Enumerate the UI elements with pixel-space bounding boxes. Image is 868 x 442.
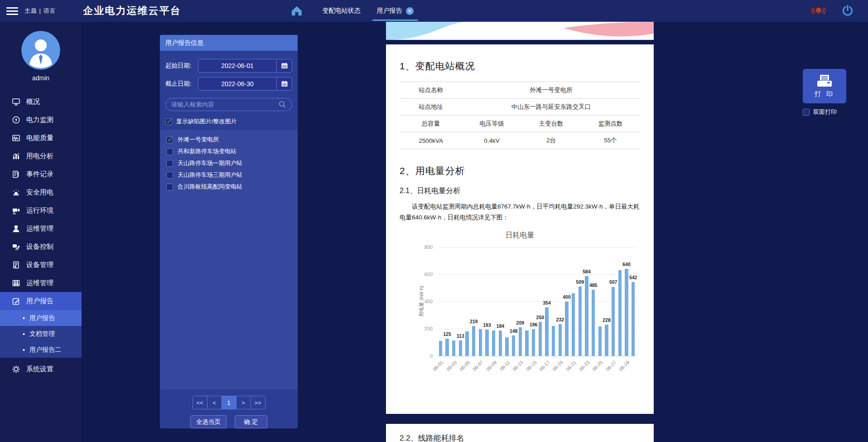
hamburger-menu-icon[interactable] [6, 5, 18, 17]
submenu-item-label: 用户报告 [29, 314, 55, 322]
home-button[interactable] [289, 3, 304, 19]
sidebar-item-environment[interactable]: 运行环境 [0, 201, 82, 219]
chart-y-tick: 600 [424, 272, 433, 277]
start-date-input[interactable]: 2022-06-01 [198, 59, 292, 73]
chart-gridline [437, 274, 637, 275]
monitor-icon [12, 97, 20, 106]
sidebar-item-event-log[interactable]: 事件记录 [0, 165, 82, 183]
sidebar-item-device-management[interactable]: 设备管理 [0, 256, 82, 274]
content-area: 用户报告信息 起始日期: 2022-06-01 截止日期: [82, 22, 868, 442]
sidebar-item-power-quality[interactable]: 电能质量 [0, 129, 82, 147]
chart-bar [585, 276, 588, 355]
sidebar-item-label: 电力监测 [26, 116, 53, 124]
station-search-box [165, 98, 292, 111]
end-date-value[interactable]: 2022-06-30 [198, 78, 276, 90]
pagination-last[interactable]: >> [251, 396, 265, 409]
sidebar-item-power-monitoring[interactable]: 电力监测 [0, 111, 82, 129]
chart-bar [579, 287, 582, 356]
table-header-cell: 总容量 [400, 116, 462, 132]
end-date-calendar-button[interactable] [276, 78, 292, 90]
chart-gridline [437, 247, 637, 248]
duplex-checkbox[interactable] [803, 109, 810, 116]
start-date-row: 起始日期: 2022-06-01 [165, 59, 292, 73]
station-row[interactable]: 天山路停车场三期用户站 [160, 169, 298, 181]
sidebar-item-overview[interactable]: 概况 [0, 92, 82, 111]
station-checkbox[interactable] [166, 160, 173, 167]
station-row[interactable]: 天山路停车场一期用户站 [160, 157, 298, 169]
user-profile: admin [0, 22, 82, 82]
alarm-light-icon [12, 188, 20, 197]
station-checkbox[interactable] [166, 148, 173, 155]
sidebar-item-label: 运维管理 [26, 224, 53, 233]
show-defect-row[interactable]: 显示缺陷图片/整改图片 [165, 117, 292, 126]
chart-bar [512, 335, 516, 355]
sidebar-item-ops-management-2[interactable]: 运维管理 [0, 274, 82, 292]
chart-gridline [437, 301, 637, 302]
pagination-current-page[interactable]: 1 [222, 396, 236, 409]
search-icon[interactable] [279, 101, 286, 108]
table-cell: 2台 [521, 132, 581, 149]
event-log-icon [12, 170, 20, 179]
chart-bar [625, 269, 628, 356]
search-input[interactable] [171, 101, 279, 108]
print-button[interactable]: 打 印 [803, 69, 846, 103]
table-cell: 2500kVA [400, 132, 462, 149]
sidebar-subitem-user-report-2[interactable]: 用户报告二 [0, 342, 82, 358]
sidebar-item-usage-analysis[interactable]: 用电分析 [0, 147, 82, 165]
chart-bar [465, 331, 469, 356]
chart-y-tick: 800 [424, 244, 433, 250]
power-button[interactable] [840, 3, 855, 19]
start-date-value[interactable]: 2022-06-01 [198, 59, 276, 72]
username: admin [32, 74, 49, 82]
sidebar-item-system-settings[interactable]: 系统设置 [0, 360, 82, 378]
table-header-cell: 监测点数 [581, 116, 640, 132]
chart-bar [532, 329, 535, 356]
station-label: 共和新路停车场变电站 [178, 147, 236, 155]
sidebar-item-device-control[interactable]: 设备控制 [0, 238, 82, 256]
report-cover-page-bottom [386, 22, 654, 40]
pagination-next[interactable]: > [236, 396, 251, 409]
confirm-button[interactable]: 确 定 [235, 415, 267, 428]
consumption-summary-paragraph: 该变配电站监测周期内总耗电量8767.7kW·h，日平均耗电量292.3kW·h… [400, 201, 640, 223]
report-preview-area[interactable]: 1、变配电站概况 站点名称 外滩一号变电所 站点地址 中山东一路与延安东路交叉口… [386, 22, 654, 442]
avatar[interactable] [21, 31, 60, 70]
alarm-bell-button[interactable] [811, 3, 826, 19]
power-monitor-icon [12, 116, 20, 124]
station-row[interactable]: 共和新路停车场变电站 [160, 146, 298, 157]
table-row: 站点地址 中山东一路与延安东路交叉口 [400, 99, 640, 116]
sidebar-subitem-user-report[interactable]: 用户报告 [0, 310, 82, 326]
sidebar-item-safe-power[interactable]: 安全用电 [0, 183, 82, 201]
sidebar-subitem-doc-management[interactable]: 文档管理 [0, 326, 82, 342]
tab-close-icon[interactable]: ✕ [406, 7, 414, 15]
report-page-2: 2.2、线路能耗排名 [386, 424, 654, 442]
station-row[interactable]: 外滩一号变电所 [160, 134, 298, 146]
pagination-prev[interactable]: < [207, 396, 222, 409]
theme-language-switcher[interactable]: 主题 | 语言 [24, 7, 56, 15]
pagination-first[interactable]: << [193, 396, 207, 409]
select-all-page-button[interactable]: 全选当页 [190, 415, 227, 428]
chart-gridline [437, 356, 637, 356]
station-overview-table: 站点名称 外滩一号变电所 站点地址 中山东一路与延安东路交叉口 总容量 电压等级… [400, 82, 640, 149]
report-edit-icon [12, 297, 20, 306]
station-checkbox[interactable] [166, 184, 173, 190]
station-checkbox[interactable] [166, 172, 173, 179]
chart-bar [605, 325, 608, 355]
tab-substation-status[interactable]: 变配电站状态 [314, 0, 369, 22]
sidebar-item-user-report[interactable]: 用户报告 [0, 292, 82, 310]
start-date-calendar-button[interactable] [276, 59, 292, 72]
table-cell: 站点地址 [400, 99, 462, 116]
filter-panel-title: 用户报告信息 [160, 35, 298, 51]
station-checkbox[interactable] [166, 136, 173, 143]
chart-bar-value: 485 [584, 282, 603, 288]
chart-title: 日耗电量 [400, 231, 640, 240]
duplex-print-option[interactable]: 双面打印 [803, 108, 846, 116]
chart-bar [485, 330, 489, 356]
station-row[interactable]: 合川路枢纽高配间变电站 [160, 181, 298, 193]
tab-user-report[interactable]: 用户报告 ✕ [369, 0, 422, 22]
chart-bar [479, 329, 482, 356]
sidebar-item-ops-management[interactable]: 运维管理 [0, 219, 82, 238]
table-cell: 0.4kV [462, 132, 521, 149]
chart-bar-value: 640 [617, 262, 636, 267]
show-defect-checkbox[interactable] [165, 118, 172, 125]
end-date-input[interactable]: 2022-06-30 [198, 77, 292, 91]
